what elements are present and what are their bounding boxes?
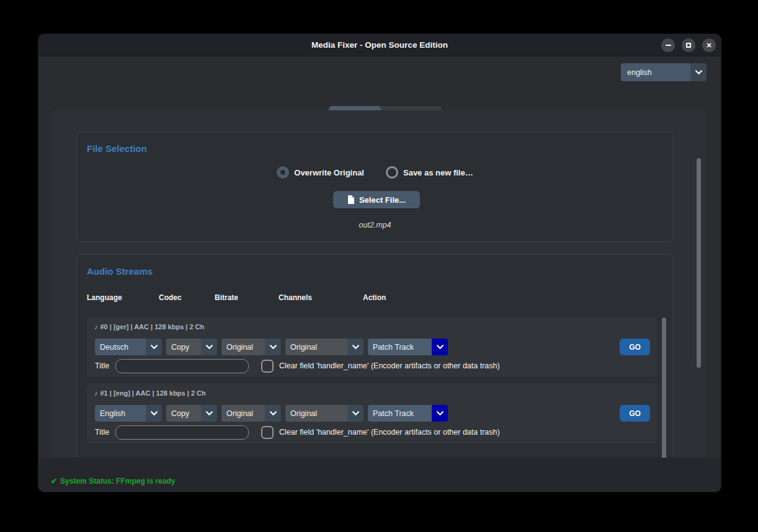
language-select[interactable]: English [95,405,162,422]
codec-select-value: Copy [166,405,201,422]
app-window: Media Fixer - Open Source Edition ✕ engl… [38,34,721,492]
minimize-icon [666,45,671,46]
file-icon [347,195,355,204]
stream-info: ♪ #0 | [ger] | AAC | 128 kbps | 2 Ch [94,323,204,330]
stream-row: ♪ #0 | [ger] | AAC | 128 kbps | 2 Ch Deu… [87,317,657,377]
current-file-name: out2.mp4 [77,221,673,229]
column-channels: Channels [279,293,312,302]
stream-row: ♪ #1 | [eng] | AAC | 128 kbps | 2 Ch Eng… [87,384,657,443]
radio-overwrite-original[interactable]: Overwrite Original [277,166,364,179]
window-title: Media Fixer - Open Source Edition [311,40,448,50]
clear-handler-checkbox[interactable] [261,426,274,439]
language-select[interactable]: Deutsch [95,339,162,355]
stream-info-text: #1 | [eng] | AAC | 128 kbps | 2 Ch [100,389,206,397]
go-button[interactable]: GO [620,339,650,355]
system-status-text: System Status: FFmpeg is ready [60,477,175,485]
minimize-button[interactable] [661,38,675,52]
stream-list: ♪ #0 | [ger] | AAC | 128 kbps | 2 Ch Deu… [87,317,657,450]
maximize-button[interactable] [682,38,695,52]
bitrate-select-value: Original [221,339,265,355]
stream-controls: English Copy Original Original [95,405,448,422]
chevron-down-icon [432,405,448,422]
close-button[interactable]: ✕ [702,38,716,52]
audio-streams-card: Audio Streams Language Codec Bitrate Cha… [76,254,674,458]
stream-info: ♪ #1 | [eng] | AAC | 128 kbps | 2 Ch [94,389,206,397]
status-bar: ✔ System Status: FFmpeg is ready [38,458,721,492]
radio-save-new-label: Save as new file… [403,168,473,177]
file-selection-card: File Selection Overwrite Original Save a… [76,131,674,242]
radio-save-as-new[interactable]: Save as new file… [386,166,473,179]
column-bitrate: Bitrate [215,293,238,302]
channels-select[interactable]: Original [285,339,363,355]
select-file-button[interactable]: Select File... [333,191,420,208]
select-file-label: Select File... [359,195,406,205]
music-note-icon: ♪ [94,389,98,397]
content-scrollbar[interactable] [697,158,701,368]
chevron-down-icon [201,339,217,355]
file-selection-title: File Selection [87,143,147,154]
close-icon: ✕ [706,42,711,49]
language-dropdown[interactable]: english [621,63,707,81]
title-bar: Media Fixer - Open Source Edition [38,34,721,56]
codec-select[interactable]: Copy [166,339,217,355]
clear-handler-label: Clear field 'handler_name' (Encoder arti… [279,361,500,370]
bitrate-select-value: Original [221,405,265,422]
chevron-down-icon [347,339,363,355]
chevron-down-icon [201,405,217,422]
codec-select[interactable]: Copy [166,405,217,422]
radio-overwrite-label: Overwrite Original [294,168,364,177]
chevron-down-icon [265,405,281,422]
check-icon: ✔ [51,477,57,485]
column-codec: Codec [159,293,182,302]
window-controls: ✕ [661,38,716,52]
system-status: ✔ System Status: FFmpeg is ready [51,477,175,485]
stream-list-scrollbar[interactable] [662,317,666,458]
chevron-down-icon [146,405,162,422]
audio-streams-title: Audio Streams [87,266,153,277]
column-action: Action [363,293,386,302]
action-select-value: Patch Track [368,339,432,355]
chevron-down-icon [265,339,281,355]
language-select-value: English [95,405,146,422]
stream-info-text: #0 | [ger] | AAC | 128 kbps | 2 Ch [100,323,205,330]
content-panel: File Selection Overwrite Original Save a… [51,110,707,458]
action-select[interactable]: Patch Track [368,405,448,422]
language-dropdown-value: english [621,63,690,81]
stream-column-headers: Language Codec Bitrate Channels Action [77,293,673,303]
codec-select-value: Copy [166,339,201,355]
music-note-icon: ♪ [94,323,98,330]
stream-controls: Deutsch Copy Original Original [95,339,448,355]
action-select[interactable]: Patch Track [368,339,448,355]
chevron-down-icon [690,63,707,81]
action-select-value: Patch Track [368,405,432,422]
clear-handler-checkbox[interactable] [261,360,274,373]
radio-selected-icon [277,166,289,179]
language-select-value: Deutsch [95,339,146,355]
radio-unselected-icon [386,166,398,179]
title-input[interactable] [115,359,249,373]
title-label: Title [95,428,115,437]
stream-title-line: Title Clear field 'handler_name' (Encode… [95,425,500,440]
save-mode-radios: Overwrite Original Save as new file… [77,166,673,179]
clear-handler-label: Clear field 'handler_name' (Encoder arti… [279,428,500,437]
column-language: Language [87,293,122,302]
stream-title-line: Title Clear field 'handler_name' (Encode… [95,358,500,373]
channels-select-value: Original [285,405,347,422]
chevron-down-icon [347,405,363,422]
chevron-down-icon [432,339,448,355]
chevron-down-icon [146,339,162,355]
title-input[interactable] [115,425,249,440]
title-label: Title [95,361,115,370]
bitrate-select[interactable]: Original [221,339,281,355]
maximize-icon [686,43,691,48]
bitrate-select[interactable]: Original [221,405,281,422]
go-button[interactable]: GO [620,405,650,422]
channels-select-value: Original [285,339,347,355]
channels-select[interactable]: Original [285,405,363,422]
